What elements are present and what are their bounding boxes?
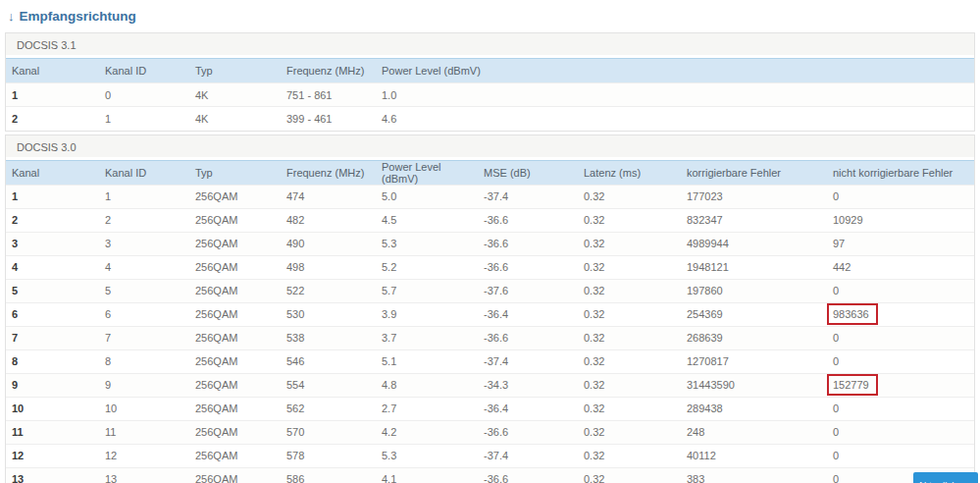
table-row: 1313256QAM5864.1-36.60.323830 <box>6 467 974 483</box>
cell: 751 - 861 <box>281 83 376 107</box>
cell: 6 <box>99 302 189 326</box>
cell: 9 <box>99 373 189 397</box>
cell: 482 <box>281 208 376 232</box>
cell: 538 <box>281 326 376 349</box>
table-row: 55256QAM5225.7-37.60.321978600 <box>6 279 974 302</box>
annotation-box: 983636 <box>827 303 878 325</box>
table-row: 11256QAM4745.0-37.40.321770230 <box>6 185 974 208</box>
cell: 474 <box>281 185 376 208</box>
cell: 0.32 <box>578 279 681 302</box>
cell: 197860 <box>681 279 827 302</box>
cell: 1 <box>6 83 99 107</box>
cell: 0.32 <box>578 373 681 397</box>
collapse-arrow-icon: ↓ <box>8 9 15 24</box>
section-title[interactable]: ↓Empfangsrichtung <box>0 0 980 32</box>
cell: 7 <box>99 326 189 349</box>
table-row: 22256QAM4824.5-36.60.3283234710929 <box>6 208 974 232</box>
cell: 1948121 <box>681 255 827 279</box>
table-row: 99256QAM5544.8-34.30.3231443590152779 <box>6 373 974 397</box>
cell: 10929 <box>827 208 974 232</box>
cell: 0 <box>827 397 974 420</box>
cell: 4.6 <box>376 107 974 131</box>
cell: 31443590 <box>681 373 827 397</box>
cell: 5.0 <box>376 185 478 208</box>
cell: 0.32 <box>578 255 681 279</box>
cell: 254369 <box>681 302 827 326</box>
column-header: MSE (dB) <box>478 160 578 185</box>
docsis31-table: KanalKanal IDTypFrequenz (MHz)Power Leve… <box>6 58 974 131</box>
cell: 256QAM <box>189 255 281 279</box>
column-header: Frequenz (MHz) <box>281 160 376 185</box>
cell: 11 <box>6 420 99 444</box>
cell: 97 <box>827 232 974 255</box>
cell: -36.6 <box>478 255 578 279</box>
cell: 4.1 <box>376 467 478 483</box>
cell: 586 <box>281 467 376 483</box>
cell: 0 <box>827 420 974 444</box>
table-row: 44256QAM4985.2-36.60.321948121442 <box>6 255 974 279</box>
cell: 490 <box>281 232 376 255</box>
column-header: Power Level (dBmV) <box>376 160 478 185</box>
cell: 983636 <box>827 302 974 326</box>
column-header: nicht korrigierbare Fehler <box>827 160 974 185</box>
cell: -37.4 <box>478 185 578 208</box>
docsis30-panel: DOCSIS 3.0 KanalKanal IDTypFrequenz (MHz… <box>5 134 975 483</box>
cell: 1 <box>99 185 189 208</box>
cell: 256QAM <box>189 232 281 255</box>
cell: 4.8 <box>376 373 478 397</box>
cell: 256QAM <box>189 420 281 444</box>
table-row: 88256QAM5465.1-37.40.3212708170 <box>6 349 974 373</box>
cell: 3.7 <box>376 326 478 349</box>
cell: 5.2 <box>376 255 478 279</box>
refresh-button[interactable]: Aktualisieren <box>913 472 978 483</box>
cell: 268639 <box>681 326 827 349</box>
cell: 0.32 <box>578 420 681 444</box>
cell: 3.9 <box>376 302 478 326</box>
cell: 546 <box>281 349 376 373</box>
column-header: Kanal <box>6 59 99 83</box>
cell: 11 <box>99 420 189 444</box>
table-header-row: KanalKanal IDTypFrequenz (MHz)Power Leve… <box>6 59 974 83</box>
cell: 5 <box>6 279 99 302</box>
cell: 522 <box>281 279 376 302</box>
cell: 256QAM <box>189 302 281 326</box>
cell: 1.0 <box>376 83 974 107</box>
cell: 0.32 <box>578 208 681 232</box>
cell: 0.32 <box>578 326 681 349</box>
cell: 5.1 <box>376 349 478 373</box>
table-row: 1111256QAM5704.2-36.60.322480 <box>6 420 974 444</box>
cell: 1 <box>6 185 99 208</box>
cell: 442 <box>827 255 974 279</box>
cell: 0 <box>827 444 974 467</box>
cell: -36.4 <box>478 397 578 420</box>
cell: 7 <box>6 326 99 349</box>
table-row: 1212256QAM5785.3-37.40.32401120 <box>6 444 974 467</box>
cell: 2 <box>6 208 99 232</box>
table-row: 104K751 - 8611.0 <box>6 83 974 107</box>
cell: 832347 <box>681 208 827 232</box>
cell: 498 <box>281 255 376 279</box>
annotation-box: 152779 <box>827 374 878 396</box>
cell: -36.4 <box>478 302 578 326</box>
column-header: Latenz (ms) <box>578 160 681 185</box>
column-header: Typ <box>189 59 281 83</box>
cell: 0.32 <box>578 349 681 373</box>
cell: 4.2 <box>376 420 478 444</box>
docsis30-table: KanalKanal IDTypFrequenz (MHz)Power Leve… <box>6 160 974 483</box>
cell: 5.3 <box>376 444 478 467</box>
page-title: Empfangsrichtung <box>20 9 136 24</box>
cell: 0 <box>99 83 189 107</box>
cell: -36.6 <box>478 420 578 444</box>
cell: 0.32 <box>578 302 681 326</box>
cell: 10 <box>99 397 189 420</box>
table-row: 77256QAM5383.7-36.60.322686390 <box>6 326 974 349</box>
column-header: Frequenz (MHz) <box>281 59 376 83</box>
cell: 4K <box>189 83 281 107</box>
column-header: Typ <box>189 160 281 185</box>
cell: 152779 <box>827 373 974 397</box>
cell: 3 <box>6 232 99 255</box>
cell: -36.6 <box>478 326 578 349</box>
cell: 4K <box>189 107 281 131</box>
cell: 5.7 <box>376 279 478 302</box>
cell: 1270817 <box>681 349 827 373</box>
